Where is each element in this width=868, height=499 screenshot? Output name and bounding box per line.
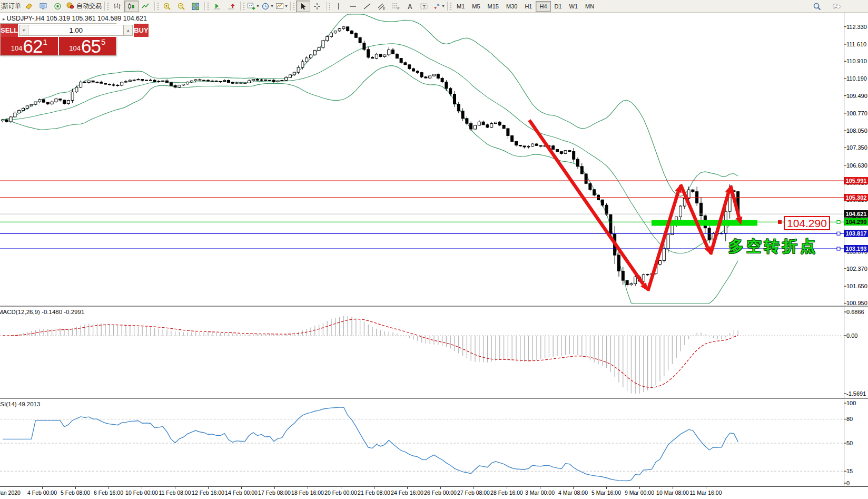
price-line-badge[interactable]: 103.193 xyxy=(844,245,868,252)
toolbar-drag-handle[interactable] xyxy=(157,3,159,10)
main-price-pane[interactable] xyxy=(0,13,844,306)
toolbar-drag-handle[interactable] xyxy=(450,3,451,10)
time-axis-tick xyxy=(142,487,142,489)
text-label-button[interactable]: T xyxy=(417,1,431,12)
timeframe-h4-button[interactable]: H4 xyxy=(536,1,550,12)
fibonacci-button[interactable]: F xyxy=(389,1,403,12)
price-tick-label: 107.350 xyxy=(846,144,867,151)
timeframe-h1-button[interactable]: H1 xyxy=(521,1,536,12)
timeframe-d1-button[interactable]: D1 xyxy=(551,1,566,12)
price-tick-label: 109.490 xyxy=(846,93,867,99)
one-click-trade-panel: SELL ▼ ▲ BUY 104 62 1 104 65 5 xyxy=(0,23,116,56)
vertical-line-button[interactable] xyxy=(332,1,346,12)
time-axis-tick xyxy=(374,487,374,489)
trend-line-button[interactable] xyxy=(360,1,374,12)
autotrading-button[interactable]: 自动交易 xyxy=(65,1,103,12)
toolbar-drag-handle[interactable] xyxy=(293,3,294,10)
time-axis-tick xyxy=(639,487,640,489)
toolbar-separator xyxy=(154,2,155,11)
sell-button[interactable]: SELL xyxy=(1,24,18,37)
time-axis-tick xyxy=(606,487,607,489)
dropdown-arrow-icon[interactable]: ▾ xyxy=(442,4,444,8)
dropdown-arrow-icon[interactable]: ▾ xyxy=(285,4,287,8)
toolbar-separator xyxy=(447,2,448,11)
terminal-button[interactable] xyxy=(36,1,51,12)
volume-increase-button[interactable]: ▲ xyxy=(123,25,133,36)
new-order-tag-icon xyxy=(25,2,34,11)
time-axis-tick xyxy=(208,487,209,489)
trend-line-icon xyxy=(363,2,372,11)
text-button[interactable]: A xyxy=(403,1,417,12)
timeframe-w1-button[interactable]: W1 xyxy=(566,1,582,12)
time-axis-tick xyxy=(341,487,341,489)
toolbar-drag-handle[interactable] xyxy=(107,3,108,10)
strategy-signal-button[interactable] xyxy=(51,1,65,12)
support-price-label[interactable]: 104.290 xyxy=(784,216,830,230)
indicators-icon xyxy=(247,2,256,11)
search-button[interactable] xyxy=(810,1,824,12)
pane-separator[interactable] xyxy=(0,398,868,399)
volume-input[interactable] xyxy=(28,25,123,36)
timeframe-m30-button[interactable]: M30 xyxy=(502,1,521,12)
price-tick-label: 111.610 xyxy=(846,41,866,47)
volume-decrease-button[interactable]: ▼ xyxy=(19,25,28,36)
macd-tick-label: 0.00 xyxy=(846,332,857,339)
toolbar-drag-handle[interactable] xyxy=(208,3,209,10)
buy-button[interactable]: BUY xyxy=(134,24,148,37)
timeframe-m5-button[interactable]: M5 xyxy=(468,1,484,12)
zoom-in-button[interactable] xyxy=(160,1,174,12)
timeframe-mn-button[interactable]: MN xyxy=(581,1,598,12)
auto-scroll-icon xyxy=(213,2,222,11)
toolbar-drag-handle[interactable] xyxy=(243,3,244,10)
price-line-badge[interactable]: 104.290 xyxy=(844,218,868,226)
dropdown-arrow-icon[interactable]: ▾ xyxy=(271,4,273,8)
strategy-signal-icon xyxy=(53,2,62,11)
chat-button[interactable] xyxy=(830,1,844,12)
time-axis-tick xyxy=(175,487,175,489)
cn-annotation-text[interactable]: 多空转折点 xyxy=(728,236,818,257)
zoom-out-button[interactable] xyxy=(174,1,189,12)
chart-shift-button[interactable] xyxy=(224,1,239,12)
time-axis-tick xyxy=(108,487,109,489)
price-line-badge[interactable]: 105.302 xyxy=(844,194,868,201)
pane-separator[interactable] xyxy=(0,306,868,307)
periods-button[interactable]: ▾ xyxy=(260,1,274,12)
time-axis-tick xyxy=(241,487,242,489)
volume-box: ▼ ▲ xyxy=(18,24,134,37)
rsi-pane[interactable] xyxy=(0,399,844,486)
macd-pane[interactable] xyxy=(0,307,844,398)
time-axis-tick xyxy=(440,487,441,489)
arrows-button[interactable]: ▾ xyxy=(431,1,446,12)
new-order-button[interactable]: 新订单 xyxy=(0,1,22,12)
collapse-arrow-icon[interactable]: ▸ xyxy=(3,16,5,22)
time-axis-tick xyxy=(42,487,43,489)
crosshair-button[interactable] xyxy=(310,1,324,12)
tile-windows-button[interactable] xyxy=(189,1,203,12)
price-line-badge[interactable]: 103.817 xyxy=(844,230,868,237)
price-line-badge[interactable]: 105.991 xyxy=(844,177,868,184)
candle-chart-button[interactable] xyxy=(124,1,139,12)
toolbar-separator xyxy=(104,2,105,11)
auto-scroll-button[interactable] xyxy=(210,1,224,12)
equidistant-channel-button[interactable]: E xyxy=(374,1,389,12)
cursor-button[interactable] xyxy=(296,1,310,12)
new-order-tag-button[interactable] xyxy=(22,1,36,12)
timeframe-m1-button[interactable]: M1 xyxy=(453,1,468,12)
line-chart-button[interactable] xyxy=(139,1,153,12)
bar-chart-button[interactable] xyxy=(110,1,124,12)
chart-shift-icon xyxy=(227,2,236,11)
sell-price[interactable]: 104 62 1 xyxy=(1,37,59,55)
price-line-badge[interactable]: 104.621 xyxy=(844,210,868,218)
indicators-button[interactable]: ▾ xyxy=(246,1,260,12)
time-axis-label: 11 Mar 16:00 xyxy=(684,490,728,496)
dropdown-arrow-icon[interactable]: ▾ xyxy=(257,4,259,8)
svg-text:F: F xyxy=(398,7,400,11)
toolbar-separator xyxy=(240,2,241,11)
time-axis-tick xyxy=(407,487,408,489)
horizontal-line-button[interactable] xyxy=(346,1,360,12)
macd-tick-label: 0.6866 xyxy=(846,309,864,315)
timeframe-m15-button[interactable]: M15 xyxy=(484,1,502,12)
templates-button[interactable]: ▾ xyxy=(274,1,289,12)
buy-price[interactable]: 104 65 5 xyxy=(59,37,116,55)
toolbar-drag-handle[interactable] xyxy=(329,3,330,10)
